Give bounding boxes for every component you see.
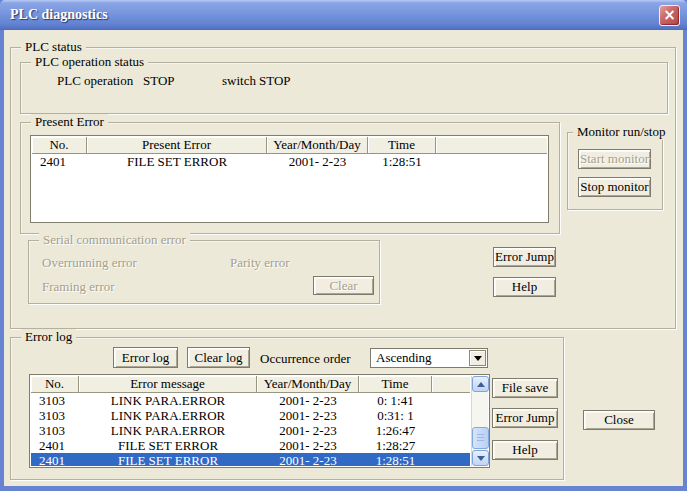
help-button-lower[interactable]: Help xyxy=(492,440,558,460)
plc-status-group-label: PLC status xyxy=(21,39,86,55)
present-error-group-label: Present Error xyxy=(31,114,108,130)
close-icon: × xyxy=(663,8,676,23)
dropdown-button[interactable] xyxy=(469,350,486,366)
column-header-filler xyxy=(432,376,470,393)
cell-time: 1:26:47 xyxy=(359,423,432,438)
occurrence-order-label: Occurrence order xyxy=(260,351,351,366)
cell-error: FILE SET ERROR xyxy=(87,154,267,169)
column-header-no[interactable]: No. xyxy=(31,376,79,393)
column-header-present-error[interactable]: Present Error xyxy=(87,137,267,154)
switch-value: STOP xyxy=(259,73,291,88)
occurrence-order-select[interactable]: Ascending xyxy=(370,348,488,368)
cell-date: 2001- 2-23 xyxy=(257,408,359,423)
table-row-selected[interactable]: 2401 FILE SET ERROR 2001- 2-23 1:28:51 xyxy=(31,453,470,466)
column-header-filler xyxy=(436,137,547,154)
serial-communication-error-group-label: Serial communication error xyxy=(39,232,190,248)
cell-error: LINK PARA.ERROR xyxy=(79,423,257,438)
cell-error: LINK PARA.ERROR xyxy=(79,393,257,408)
present-error-table: No. Present Error Year/Month/Day Time 24… xyxy=(30,135,549,223)
table-row[interactable]: 2401 FILE SET ERROR 2001- 2-23 1:28:51 xyxy=(32,154,547,169)
cell-date: 2001- 2-23 xyxy=(257,393,359,408)
page-title: PLC diagnostics xyxy=(10,7,108,23)
error-log-group-label: Error log xyxy=(21,329,76,345)
framing-error-label: Framing error xyxy=(42,279,115,294)
table-row[interactable]: 2401 FILE SET ERROR 2001- 2-23 1:28:27 xyxy=(31,438,470,453)
cell-no: 2401 xyxy=(32,154,87,169)
error-log-button[interactable]: Error log xyxy=(113,347,178,368)
column-header-no[interactable]: No. xyxy=(32,137,87,154)
cell-no: 3103 xyxy=(31,393,79,408)
chevron-down-icon xyxy=(474,356,482,361)
cell-date: 2001- 2-23 xyxy=(257,453,359,466)
parity-error-label: Parity error xyxy=(230,255,290,270)
cell-time: 1:28:51 xyxy=(368,154,436,169)
plc-operation-status-group: PLC operation status xyxy=(20,62,668,114)
overrunning-error-label: Overrunning error xyxy=(42,255,137,270)
cell-date: 2001- 2-23 xyxy=(267,154,368,169)
stop-monitor-button[interactable]: Stop monitor xyxy=(578,177,651,197)
table-row[interactable]: 3103 LINK PARA.ERROR 2001- 2-23 1:26:47 xyxy=(31,423,470,438)
close-button[interactable]: × xyxy=(659,5,680,26)
scroll-up-icon xyxy=(477,382,485,387)
scroll-down-icon xyxy=(477,456,485,461)
cell-error: FILE SET ERROR xyxy=(79,438,257,453)
cell-no: 3103 xyxy=(31,423,79,438)
column-header-time[interactable]: Time xyxy=(368,137,436,154)
column-header-date[interactable]: Year/Month/Day xyxy=(267,137,368,154)
monitor-run-stop-group-label: Monitor run/stop xyxy=(573,124,669,140)
scrollbar-thumb[interactable] xyxy=(472,427,489,449)
vertical-scrollbar[interactable] xyxy=(471,376,488,466)
column-header-error-message[interactable]: Error message xyxy=(79,376,257,393)
help-button-upper[interactable]: Help xyxy=(493,277,556,297)
cell-time: 1:28:51 xyxy=(359,453,432,466)
monitor-run-stop-group: Monitor run/stop xyxy=(567,132,663,210)
column-header-time[interactable]: Time xyxy=(359,376,432,393)
file-save-button[interactable]: File save xyxy=(492,378,558,398)
plc-operation-status-group-label: PLC operation status xyxy=(31,54,148,70)
cell-date: 2001- 2-23 xyxy=(257,438,359,453)
cell-no: 3103 xyxy=(31,408,79,423)
scroll-down-button[interactable] xyxy=(472,450,489,466)
cell-date: 2001- 2-23 xyxy=(257,423,359,438)
column-header-date[interactable]: Year/Month/Day xyxy=(257,376,359,393)
cell-no: 2401 xyxy=(31,453,79,466)
clear-log-button[interactable]: Clear log xyxy=(187,347,250,368)
plc-operation-label: PLC operation xyxy=(57,73,133,88)
start-monitor-button: Start monitor xyxy=(578,149,651,169)
close-dialog-button[interactable]: Close xyxy=(583,410,655,430)
error-jump-button-upper[interactable]: Error Jump xyxy=(493,247,556,267)
table-row[interactable]: 3103 LINK PARA.ERROR 2001- 2-23 0: 1:41 xyxy=(31,393,470,408)
present-error-header-row: No. Present Error Year/Month/Day Time xyxy=(32,137,547,154)
error-jump-button-lower[interactable]: Error Jump xyxy=(492,408,558,428)
cell-time: 0: 1:41 xyxy=(359,393,432,408)
cell-no: 2401 xyxy=(31,438,79,453)
cell-error: LINK PARA.ERROR xyxy=(79,408,257,423)
cell-time: 1:28:27 xyxy=(359,438,432,453)
table-row[interactable]: 3103 LINK PARA.ERROR 2001- 2-23 0:31: 1 xyxy=(31,408,470,423)
occurrence-order-selected-value: Ascending xyxy=(376,350,432,366)
error-log-table: No. Error message Year/Month/Day Time 31… xyxy=(29,374,490,468)
title-bar[interactable]: PLC diagnostics × xyxy=(0,0,687,30)
cell-time: 0:31: 1 xyxy=(359,408,432,423)
switch-label: switch xyxy=(222,73,256,88)
error-log-header-row: No. Error message Year/Month/Day Time xyxy=(31,376,470,393)
plc-diagnostics-dialog: PLC diagnostics × PLC status PLC operati… xyxy=(0,0,687,491)
scroll-up-button[interactable] xyxy=(472,376,489,392)
cell-error: FILE SET ERROR xyxy=(79,453,257,466)
plc-operation-value: STOP xyxy=(143,73,175,88)
clear-button: Clear xyxy=(313,276,374,295)
